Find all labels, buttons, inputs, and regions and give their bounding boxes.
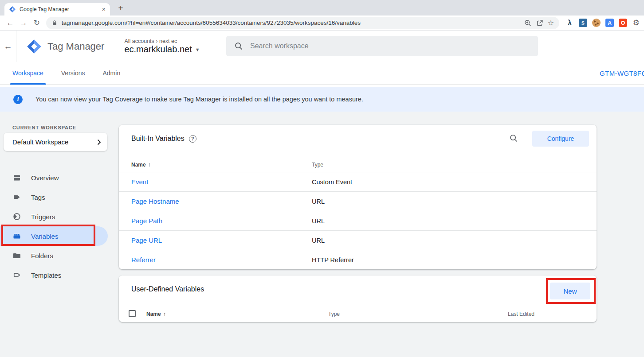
sidebar-item-tags[interactable]: Tags <box>0 187 111 207</box>
table-row[interactable]: Page Path URL <box>119 211 597 230</box>
nav-tab-bar: Workspace Versions Admin GTM-WGT8F6C <box>0 62 644 85</box>
user-defined-title: User-Defined Variables <box>131 285 204 293</box>
tab-workspace[interactable]: Workspace <box>12 62 43 85</box>
browser-tab-strip: Google Tag Manager × + <box>0 0 644 16</box>
builtin-table: Event Custom Event Page Hostname URL Pag… <box>119 172 597 269</box>
gtm-favicon-icon <box>9 6 16 13</box>
sidebar-item-folders[interactable]: Folders <box>0 246 111 265</box>
extension-translate-icon[interactable]: A <box>605 19 614 27</box>
chevron-right-icon <box>97 139 101 145</box>
sidebar-item-triggers[interactable]: Triggers <box>0 207 111 226</box>
overview-icon <box>12 173 21 182</box>
table-row[interactable]: Page URL URL <box>119 230 597 250</box>
sort-ascending-icon: ↑ <box>148 162 151 168</box>
triggers-icon <box>12 212 21 221</box>
user-last-edited-header: Last Edited <box>508 311 534 317</box>
variable-type: URL <box>312 237 325 244</box>
builtin-name-header[interactable]: Name ↑ <box>131 162 151 168</box>
container-id-clip: GTM-WGT8F6C <box>600 62 644 84</box>
browser-toolbar: ← → ↻ tagmanager.google.com/?hl=en#/cont… <box>0 16 644 31</box>
header-divider <box>16 31 16 62</box>
help-icon[interactable]: ? <box>189 135 196 143</box>
name-header-label: Name <box>131 162 146 168</box>
share-icon[interactable] <box>536 19 544 27</box>
sidebar-item-label: Tags <box>31 194 45 201</box>
sidebar-item-label: Overview <box>31 174 59 182</box>
gtm-header: ← Tag Manager All accounts › next ec ec.… <box>0 31 644 62</box>
table-row[interactable]: Referrer HTTP Referrer <box>119 250 597 269</box>
sidebar-item-overview[interactable]: Overview <box>0 168 111 187</box>
workspace-selector-card[interactable]: Default Workspace <box>4 133 107 151</box>
tab-close-icon[interactable]: × <box>102 6 106 12</box>
new-tab-button[interactable]: + <box>114 2 127 14</box>
lock-icon <box>51 19 58 27</box>
variable-link[interactable]: Event <box>131 178 148 186</box>
table-row[interactable]: Page Hostname URL <box>119 191 597 211</box>
annotation-box-new <box>546 278 596 304</box>
configure-button[interactable]: Configure <box>532 131 589 147</box>
workspace-search-field[interactable]: Search workspace <box>226 36 538 56</box>
builtin-variables-card: Built-In Variables ? Configure Name ↑ Ty… <box>119 125 597 269</box>
extension-lambda-icon[interactable]: λ <box>565 19 574 27</box>
variable-type: Custom Event <box>312 178 352 186</box>
name-header-label: Name <box>146 311 161 317</box>
select-all-checkbox[interactable] <box>129 310 136 317</box>
extensions-row: λ S A ⚙ <box>565 19 640 27</box>
search-placeholder: Search workspace <box>250 42 309 50</box>
variable-link[interactable]: Page Hostname <box>131 198 179 205</box>
extension-cookie-icon[interactable] <box>592 19 601 27</box>
templates-icon <box>12 271 21 279</box>
tab-admin[interactable]: Admin <box>102 62 120 85</box>
address-bar[interactable]: tagmanager.google.com/?hl=en#/container/… <box>46 17 559 29</box>
builtin-search-icon[interactable] <box>509 134 518 144</box>
bookmark-star-icon[interactable]: ☆ <box>548 19 554 27</box>
sidebar-item-label: Templates <box>31 272 61 279</box>
main-content: CURRENT WORKSPACE Default Workspace Over… <box>0 112 644 357</box>
container-name: ec.markkulab.net <box>124 44 192 54</box>
annotation-box-variables <box>1 225 95 246</box>
info-banner: i You can now view your Tag Coverage to … <box>0 87 644 112</box>
variable-type: URL <box>312 217 325 225</box>
info-icon: i <box>13 95 23 104</box>
zoom-icon[interactable] <box>524 19 532 27</box>
user-type-header: Type <box>328 311 340 317</box>
sidebar-item-label: Triggers <box>31 213 55 221</box>
breadcrumb[interactable]: All accounts › next ec <box>124 38 200 44</box>
sidebar-item-templates[interactable]: Templates <box>0 265 111 285</box>
user-name-header[interactable]: Name ↑ <box>146 311 166 317</box>
variable-type: HTTP Referrer <box>312 256 354 264</box>
chevron-down-icon: ▼ <box>195 47 200 52</box>
sort-ascending-icon: ↑ <box>163 311 166 317</box>
gtm-logo-icon <box>26 39 42 54</box>
gtm-back-icon[interactable]: ← <box>0 42 16 51</box>
builtin-type-header: Type <box>312 162 323 168</box>
extension-orange-icon[interactable] <box>619 19 627 27</box>
container-selector[interactable]: ec.markkulab.net ▼ <box>124 44 200 54</box>
container-id-link[interactable]: GTM-WGT8F6C <box>600 70 644 77</box>
folders-icon <box>12 251 21 260</box>
browser-tab[interactable]: Google Tag Manager × <box>4 3 110 16</box>
url-text[interactable]: tagmanager.google.com/?hl=en#/container/… <box>62 19 520 26</box>
variable-type: URL <box>312 198 325 205</box>
variable-link[interactable]: Referrer <box>131 256 156 264</box>
builtin-title-text: Built-In Variables <box>131 135 185 143</box>
current-workspace-label: CURRENT WORKSPACE <box>12 125 76 130</box>
extension-s-icon[interactable]: S <box>579 19 587 27</box>
variable-link[interactable]: Page URL <box>131 237 162 244</box>
search-icon <box>234 42 243 50</box>
account-breadcrumb-block: All accounts › next ec ec.markkulab.net … <box>116 31 200 62</box>
user-defined-variables-card: User-Defined Variables New Name ↑ Type L… <box>119 276 597 322</box>
tab-title: Google Tag Manager <box>20 6 98 12</box>
settings-gear-icon[interactable]: ⚙ <box>632 19 640 27</box>
banner-text: You can now view your Tag Coverage to ma… <box>35 96 363 103</box>
reload-icon[interactable]: ↻ <box>30 18 43 27</box>
table-row[interactable]: Event Custom Event <box>119 172 597 191</box>
builtin-title: Built-In Variables ? <box>131 135 196 143</box>
tab-versions[interactable]: Versions <box>61 62 85 85</box>
forward-icon[interactable]: → <box>17 19 30 27</box>
workspace-name: Default Workspace <box>12 138 97 146</box>
variable-link[interactable]: Page Path <box>131 217 162 225</box>
back-icon[interactable]: ← <box>4 19 17 27</box>
tags-icon <box>12 193 21 202</box>
sidebar-item-label: Folders <box>31 252 53 260</box>
